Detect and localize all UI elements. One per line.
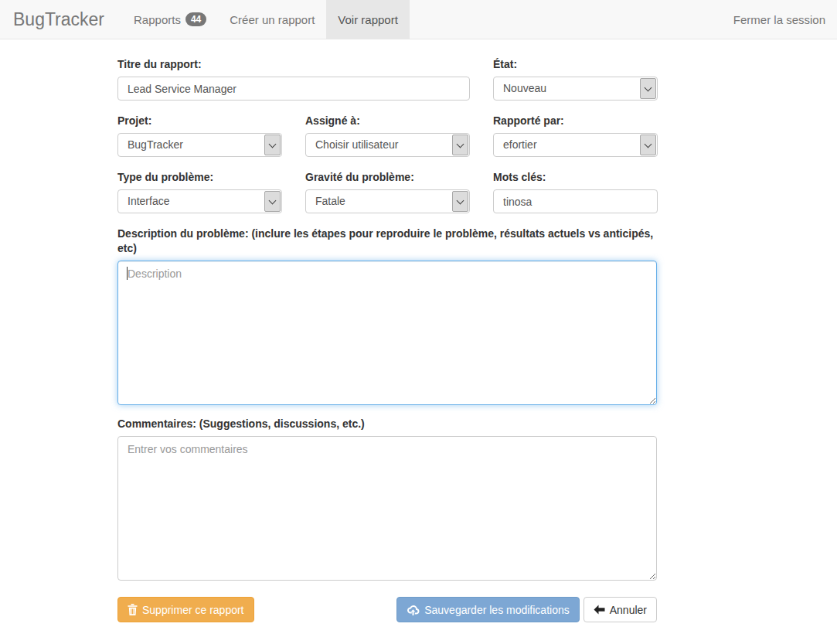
nav-right: Fermer la session (722, 0, 837, 39)
form-row-3: Type du problème: Interface Gravité du p… (117, 170, 680, 213)
projet-label: Projet: (117, 114, 282, 128)
gravite-selected-value: Fatale (315, 190, 345, 213)
form-row-2: Projet: BugTracker Assigné à: Choisir ut… (117, 114, 680, 157)
etat-select[interactable]: Nouveau (493, 77, 658, 101)
delete-button-label: Supprimer ce rapport (142, 604, 244, 616)
save-button-label: Sauvegarder les modifications (424, 604, 570, 616)
mots-cles-input[interactable] (493, 189, 658, 213)
field-assigne: Assigné à: Choisir utilisateur (305, 114, 470, 157)
commentaires-textarea[interactable] (117, 436, 657, 581)
type-select[interactable]: Interface (117, 189, 282, 213)
nav-item-label: Créer un rapport (230, 13, 315, 26)
form-row-1: Titre du rapport: État: Nouveau (117, 57, 680, 101)
save-changes-button[interactable]: Sauvegarder les modifications (396, 597, 580, 622)
nav-items: Rapports 44 Créer un rapport Voir rappor… (122, 0, 410, 39)
nav-item-label: Voir rapport (338, 13, 398, 26)
chevron-down-icon[interactable] (452, 135, 468, 155)
field-projet: Projet: BugTracker (117, 114, 282, 157)
nav-item-voir-rapport[interactable]: Voir rapport (326, 0, 410, 39)
nav-item-rapports[interactable]: Rapports 44 (122, 0, 218, 39)
mots-cles-label: Mots clés: (493, 170, 658, 185)
projet-selected-value: BugTracker (128, 134, 183, 156)
type-label: Type du problème: (117, 170, 282, 185)
field-description: Description du problème: (inclure les ét… (117, 227, 680, 405)
form-actions: Supprimer ce rapport Sauvegarder les mod… (117, 597, 657, 622)
rapporte-par-label: Rapporté par: (493, 114, 658, 128)
logout-link[interactable]: Fermer la session (722, 0, 837, 39)
arrow-left-icon (594, 605, 605, 615)
cancel-button-label: Annuler (610, 604, 647, 616)
report-form: Titre du rapport: État: Nouveau Projet: … (0, 39, 680, 622)
description-textarea[interactable] (117, 261, 657, 405)
chevron-down-icon[interactable] (264, 191, 281, 212)
type-selected-value: Interface (128, 190, 169, 213)
commentaires-label: Commentaires: (Suggestions, discussions,… (117, 417, 662, 431)
projet-select[interactable]: BugTracker (117, 133, 282, 157)
field-commentaires: Commentaires: (Suggestions, discussions,… (117, 417, 680, 581)
rapporte-par-select[interactable]: efortier (493, 133, 658, 157)
assigne-label: Assigné à: (305, 114, 470, 128)
field-gravite: Gravité du problème: Fatale (305, 170, 470, 213)
reports-count-badge: 44 (185, 12, 206, 26)
assigne-select[interactable]: Choisir utilisateur (305, 133, 470, 157)
titre-label: Titre du rapport: (117, 57, 470, 72)
delete-report-button[interactable]: Supprimer ce rapport (117, 597, 254, 622)
field-type: Type du problème: Interface (117, 170, 282, 213)
gravite-label: Gravité du problème: (305, 170, 470, 185)
chevron-down-icon[interactable] (640, 78, 656, 99)
assigne-selected-value: Choisir utilisateur (315, 134, 398, 156)
chevron-down-icon[interactable] (640, 135, 656, 155)
text-cursor (127, 267, 128, 280)
nav-item-label: Rapports (134, 13, 181, 26)
navbar: BugTracker Rapports 44 Créer un rapport … (0, 0, 837, 39)
field-titre: Titre du rapport: (117, 57, 470, 101)
etat-label: État: (493, 57, 658, 72)
titre-input[interactable] (117, 77, 470, 101)
rapporte-par-selected-value: efortier (503, 134, 537, 156)
brand[interactable]: BugTracker (0, 0, 116, 39)
description-label: Description du problème: (inclure les ét… (117, 227, 662, 256)
gravite-select[interactable]: Fatale (305, 189, 470, 213)
field-etat: État: Nouveau (493, 57, 658, 101)
chevron-down-icon[interactable] (452, 191, 468, 212)
chevron-down-icon[interactable] (264, 135, 281, 155)
field-mots-cles: Mots clés: (493, 170, 658, 213)
cancel-button[interactable]: Annuler (584, 597, 657, 622)
nav-item-creer-rapport[interactable]: Créer un rapport (218, 0, 326, 39)
cloud-upload-icon (407, 604, 420, 615)
trash-icon (128, 604, 138, 615)
etat-selected-value: Nouveau (503, 77, 546, 100)
field-rapporte-par: Rapporté par: efortier (493, 114, 658, 157)
